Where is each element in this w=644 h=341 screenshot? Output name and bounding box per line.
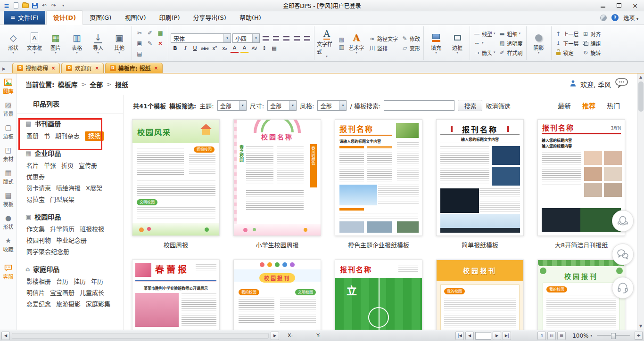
page-number-box[interactable] [475,332,491,340]
prev-page-button[interactable]: ◀ [465,332,474,340]
search-button[interactable]: 搜索 [458,100,482,111]
panel-item[interactable]: 挂历 [74,277,86,286]
close-tab-icon[interactable]: × [95,65,99,71]
layer-up-button[interactable]: ↑上一层 [554,30,580,38]
doc-tab-template-library[interactable]: D模板库: 报纸× [105,63,163,73]
transform-button[interactable]: ▱变形 [400,44,421,52]
doc-tab-welcome[interactable]: D欢迎页× [61,63,103,73]
template-thumbnail[interactable]: 校园风采 缤纷校园 文明校园 [132,119,220,236]
panel-item[interactable]: 同学聚会纪念册 [26,247,69,257]
close-tab-icon[interactable]: × [154,65,158,71]
help-icon[interactable]: ? [611,14,619,21]
tab-share-export[interactable]: 分享导出(S) [186,11,232,24]
opacity-button[interactable]: ▨透明度 [498,39,524,48]
style-select[interactable]: 全部▾ [317,100,347,111]
zoom-slider[interactable] [597,335,630,336]
border-button[interactable]: 边框▾ [447,32,467,55]
hscroll-track[interactable] [12,333,269,339]
letter-spacing-button[interactable]: AV [250,44,259,53]
arrow-button[interactable]: →箭头▾ [472,49,496,57]
superscript-button[interactable]: x² [210,44,219,53]
fill-button[interactable]: 填充▾ [426,32,446,55]
lock-button[interactable]: 锁定 [554,49,580,57]
panel-item[interactable]: 宣传册 [79,161,97,170]
delete-icon[interactable]: × [157,40,164,47]
single-page-view-button[interactable]: ▯ [537,332,546,340]
panel-item[interactable]: 升学简历 [50,225,74,234]
sidebar-item-background[interactable]: ▨背景 [0,98,17,121]
sidebar-item-template[interactable]: ▤模板 [0,188,17,211]
panel-item[interactable]: 作文集 [26,225,45,234]
template-search-input[interactable] [384,100,454,111]
zoom-percentage[interactable]: 100% [572,333,588,339]
template-card[interactable]: 报刊名称 立 [335,260,422,330]
brush-icon[interactable]: ✎ [147,40,154,47]
redo-button[interactable]: ↷ [50,2,57,9]
template-thumbnail[interactable]: 报刊名称 立 [335,260,422,330]
tab-print[interactable]: 印刷(P) [152,11,186,24]
skin-icon[interactable] [600,15,607,21]
breadcrumb-item[interactable]: 报纸 [115,80,128,89]
sidebar-item-gallery[interactable]: 图库 [0,75,17,98]
sidebar-collapse-icon[interactable]: ▶ [2,66,6,71]
paste-icon[interactable]: ▤ [136,50,143,57]
template-card[interactable]: 报刊名称 输入您的标题文字内容 [436,119,524,249]
panel-item[interactable]: 贺卡请柬 [26,184,51,193]
copy-icon[interactable]: ▣ [136,40,143,47]
undo-button[interactable]: ↶ [41,2,48,9]
panel-item[interactable]: 优惠券 [26,172,45,182]
minimize-button[interactable] [595,1,611,10]
template-card[interactable]: 春蕾报 某某市胜利小学实验班教师公开课展示 [132,260,220,330]
font-family-select[interactable]: 宋体▾ [171,33,231,43]
panel-item[interactable]: 台历 [56,277,68,286]
template-card[interactable]: 校园名称 春之校园 春风的颜色 [233,119,321,249]
tab-design[interactable]: 设计(D) [46,10,83,25]
save-button[interactable] [32,2,38,9]
format-painter-icon[interactable]: ✐ [147,30,154,36]
rotate-button[interactable]: ↻旋转 [581,49,602,57]
insert-textbox-button[interactable]: A文本框▾ [25,32,44,55]
bold-button[interactable]: B [171,44,180,53]
maximize-button[interactable] [611,1,627,10]
panel-item[interactable]: X展架 [86,184,102,193]
panel-item[interactable]: 书 [44,131,50,141]
panel-item[interactable]: 画册 [26,131,39,141]
options-button[interactable]: 选项 ▾ [623,14,638,22]
scrollbar-thumb[interactable] [638,81,644,112]
vertical-text-button[interactable]: 川竖排 [368,44,399,52]
last-page-button[interactable]: ▶| [503,332,511,340]
columns-button[interactable]: ▤ [270,44,279,53]
template-thumbnail[interactable]: 校园名称 春之校园 春风的颜色 [233,119,321,236]
vertical-scrollbar[interactable]: ▲ ▼ [637,73,644,330]
panel-item[interactable]: 易拉宝 [26,195,45,204]
zoom-caret-icon[interactable]: ▾ [590,334,592,338]
panel-item[interactable]: 门型展架 [50,195,74,204]
insert-shape-button[interactable]: ◇形状▾ [3,32,23,55]
template-card[interactable]: 校园报刊 我的校园 文明校园 [233,260,321,330]
panel-item[interactable]: 班报校报 [80,225,104,234]
line-type-button[interactable]: —线型▾ [472,30,496,38]
template-thumbnail[interactable]: 报刊名称 输入您的标题文字内容 [436,119,524,236]
align-objects-button[interactable]: ⊞对齐 [581,30,602,38]
text-style-button[interactable]: A文字样式▾ [317,28,337,59]
art-text-button[interactable]: A艺术字▾ [347,32,366,55]
sidebar-item-shape[interactable]: ●形状 [0,211,17,234]
hscroll-right-button[interactable]: ▶ [271,332,279,340]
tab-file[interactable]: ≡文件(F) [4,11,45,24]
text-effect-icon[interactable]: ▧ [338,36,345,43]
insert-table-button[interactable]: ▥表格▾ [67,32,87,55]
facing-page-view-button[interactable]: ▤ [547,332,556,340]
thickness-button[interactable]: ▬粗细▾ [498,30,524,38]
highlight-color-button[interactable]: A [240,44,249,53]
template-card[interactable]: 报刊名称 请输入您的标题文字内容 [335,119,422,249]
font-color-button[interactable]: A [230,44,239,53]
app-menu-icon[interactable]: ≡ [3,2,10,9]
sidebar-item-border[interactable]: ▢边框 [0,121,17,143]
font-size-select[interactable]: 小四▾ [232,33,260,43]
align-distribute-button[interactable] [303,34,312,43]
wechat-service-button[interactable] [612,244,634,265]
breadcrumb-item[interactable]: 全部 [90,80,103,89]
sidebar-item-material[interactable]: ◰素材 [0,143,17,166]
cut-icon[interactable]: ✂ [136,30,143,36]
qq-service-button[interactable] [612,210,634,232]
